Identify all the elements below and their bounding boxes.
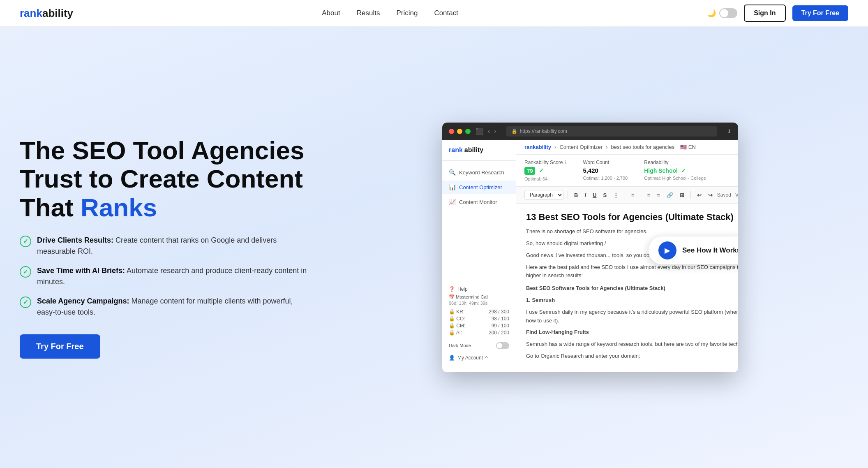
feature-item-1: Drive Clients Results: Create content th… xyxy=(20,235,307,257)
article-p1: There is no shortage of SEO software for… xyxy=(526,227,738,236)
paragraph-select[interactable]: Paragraph xyxy=(524,190,563,200)
logo: rankability xyxy=(20,7,73,20)
search-icon: 🔍 xyxy=(449,169,456,176)
article-title: 13 Best SEO Tools for Agencies (Ultimate… xyxy=(526,212,738,222)
breadcrumb: rankability › Content Optimizer › best s… xyxy=(516,140,738,155)
dot-green xyxy=(465,129,471,134)
feature-item-3: Scale Agency Campaigns: Manage content f… xyxy=(20,296,307,318)
score-badge: 79 xyxy=(524,167,535,175)
article-low-h: Find Low-Hanging Fruits xyxy=(526,328,738,337)
stat-kr-value: 298 / 300 xyxy=(489,309,509,315)
account-icon: 👤 xyxy=(449,355,455,361)
list-button[interactable]: ≡ xyxy=(645,191,653,199)
chart-icon: 📊 xyxy=(449,184,456,190)
underline-button[interactable]: U xyxy=(591,191,598,199)
more-format-button[interactable]: ⋮ xyxy=(611,191,621,199)
saved-label: Saved xyxy=(717,192,731,198)
check-mark: ✓ xyxy=(539,167,544,174)
nav-pricing[interactable]: Pricing xyxy=(396,9,418,17)
signin-button[interactable]: Sign In xyxy=(744,5,785,22)
article-semrush-h: 1. Semrush xyxy=(526,296,738,305)
score-bar: Rankability Score ℹ 79 ✓ Optimal: 64+ xyxy=(516,155,738,187)
stat-cm-label: 🔒 CM: xyxy=(449,323,465,329)
lock-icon: 🔒 xyxy=(511,128,517,134)
nav-contact[interactable]: Contact xyxy=(434,9,458,17)
check-icon-2 xyxy=(20,266,31,278)
link-button[interactable]: 🔗 xyxy=(665,191,675,199)
italic-button[interactable]: I xyxy=(582,191,588,199)
info-icon: ℹ xyxy=(564,160,566,165)
try-free-hero-button[interactable]: Try For Free xyxy=(20,334,100,359)
wordcount-optimal: Optimal: 1,200 - 2,700 xyxy=(583,176,628,181)
nav-forward-icon: ‹ xyxy=(488,127,490,135)
toolbar-right: Saved Version More xyxy=(717,192,738,198)
dark-mode-toggle[interactable]: 🌙 xyxy=(707,8,737,18)
sidebar-item-keyword-research[interactable]: 🔍 Keyword Research xyxy=(442,166,516,179)
feature-item-2: Save Time with AI Briefs: Automate resea… xyxy=(20,265,307,287)
stat-co: 🔒 CO: 98 / 100 xyxy=(449,316,509,322)
dark-mode-label: Dark Mode xyxy=(449,343,471,348)
dot-yellow xyxy=(457,129,462,134)
sidebar-logo-ability: ability xyxy=(464,146,483,154)
align-button[interactable]: ≡ xyxy=(629,191,637,199)
nav-refresh-icon: › xyxy=(494,127,496,135)
nav-results[interactable]: Results xyxy=(357,9,380,17)
breadcrumb-keyword: best seo tools for agencies xyxy=(611,144,674,150)
browser-url-bar: 🔒 https://rankability.com xyxy=(506,126,717,137)
strikethrough-button[interactable]: S xyxy=(601,191,609,199)
app-sidebar: rankability 🔍 Keyword Research 📊 Content… xyxy=(442,140,516,372)
editor-toolbar: Paragraph B I U S ⋮ ≡ ≡ ≡ 🔗 xyxy=(516,187,738,204)
logo-rank: rank xyxy=(20,7,42,19)
stat-kr-label: 🔒 KR: xyxy=(449,309,464,315)
ordered-list-button[interactable]: ≡ xyxy=(655,191,662,199)
article-semrush-p: I use Semrush daily in my agency because… xyxy=(526,308,738,325)
calendar-icon: 📅 xyxy=(449,294,455,299)
browser-mockup: ⬛ ‹ › 🔒 https://rankability.com ⬇ rankab… xyxy=(442,123,738,372)
bold-button[interactable]: B xyxy=(572,191,580,199)
stat-ai-value: 200 / 200 xyxy=(489,330,509,336)
breadcrumb-app: rankability xyxy=(524,144,551,150)
nav-back-icon: ⬛ xyxy=(476,127,484,135)
stat-kr: 🔒 KR: 298 / 300 xyxy=(449,309,509,315)
play-button[interactable]: ▶ xyxy=(658,241,676,259)
breadcrumb-sep1: › xyxy=(554,144,556,150)
breadcrumb-sep2: › xyxy=(606,144,607,150)
article-area: 13 Best SEO Tools for Agencies (Ultimate… xyxy=(516,204,738,372)
stat-co-label: 🔒 CO: xyxy=(449,316,465,322)
sidebar-item-content-monitor[interactable]: 📈 Content Monitor xyxy=(442,195,516,209)
sidebar-logo: rankability xyxy=(442,146,516,161)
toolbar-sep-2 xyxy=(625,191,625,199)
help-item[interactable]: ❓ Help xyxy=(449,286,509,292)
dot-red xyxy=(449,129,454,134)
undo-button[interactable]: ↩ xyxy=(695,191,704,199)
app-content: rankability 🔍 Keyword Research 📊 Content… xyxy=(442,140,738,372)
nav-about[interactable]: About xyxy=(322,9,340,17)
navbar: rankability About Results Pricing Contac… xyxy=(0,0,868,27)
breadcrumb-section: Content Optimizer xyxy=(559,144,603,150)
article-low-p: Semrush has a wide range of keyword rese… xyxy=(526,340,738,349)
nav-links: About Results Pricing Contact xyxy=(322,9,458,17)
browser-nav-icons: ⬛ ‹ › xyxy=(476,127,496,135)
see-how-label: See How It Works xyxy=(682,246,738,255)
browser-action-icon: ⬇ xyxy=(727,128,732,134)
my-account[interactable]: 👤 My Account ^ xyxy=(449,352,509,361)
word-count-score: Word Count 5,420 Optimal: 1,200 - 2,700 xyxy=(583,160,628,181)
chevron-up-icon: ^ xyxy=(485,355,488,361)
sidebar-bottom: ❓ Help 📅 Mastermind Call 06d: 13h: 49m: … xyxy=(442,281,516,366)
sidebar-stats: 🔒 KR: 298 / 300 🔒 CO: 98 / 100 🔒 CM: 99 … xyxy=(449,309,509,336)
redo-button[interactable]: ↪ xyxy=(706,191,715,199)
rankability-score: Rankability Score ℹ 79 ✓ Optimal: 64+ xyxy=(524,160,566,181)
version-label: Version xyxy=(735,192,738,198)
toggle-switch[interactable] xyxy=(719,8,737,18)
toolbar-sep-1 xyxy=(568,191,568,199)
small-toggle-knob xyxy=(497,343,502,348)
hero-section: The SEO Tool Agencies Trust to Create Co… xyxy=(0,27,868,468)
browser-bar: ⬛ ‹ › 🔒 https://rankability.com ⬇ xyxy=(442,123,738,140)
sidebar-item-content-optimizer[interactable]: 📊 Content Optimizer xyxy=(442,181,516,194)
moon-icon: 🌙 xyxy=(707,9,716,18)
video-overlay[interactable]: ▶ See How It Works xyxy=(649,236,738,264)
try-free-nav-button[interactable]: Try For Free xyxy=(792,5,848,21)
toolbar-sep-4 xyxy=(690,191,691,199)
table-button[interactable]: ⊞ xyxy=(678,191,686,199)
dark-mode-toggle-sidebar[interactable] xyxy=(496,342,509,349)
